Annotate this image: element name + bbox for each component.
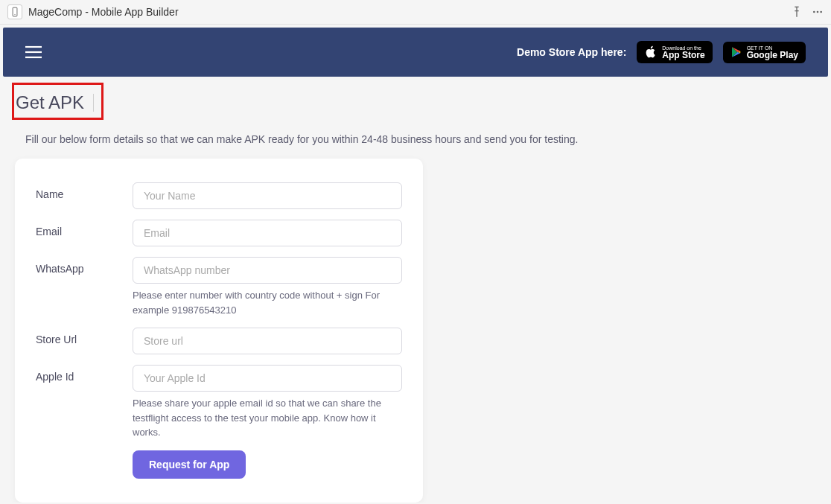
form-row-email: Email [36,220,402,246]
storeurl-input[interactable] [133,328,402,354]
app-icon [7,4,22,19]
nav-bar: Demo Store App here: Download on the App… [3,28,828,77]
window-top-bar: MageComp - Mobile App Builder [0,0,831,25]
page-description: Fill our below form details so that we c… [25,133,818,145]
whatsapp-hint: Please enter number with country code wi… [133,288,402,317]
svg-point-3 [817,11,819,13]
page-title-divider [93,94,94,112]
form-row-name: Name [36,182,402,209]
submit-row: Request for App [133,450,402,479]
more-icon[interactable] [812,6,824,18]
app-store-text: Download on the App Store [662,45,704,60]
google-play-icon [730,45,742,59]
window-title: MageComp - Mobile App Builder [28,6,179,18]
top-bar-left: MageComp - Mobile App Builder [7,4,179,19]
whatsapp-input[interactable] [133,257,402,284]
content-area: Get APK Fill our below form details so t… [0,80,831,503]
form-row-appleid: Apple Id Please share your apple email i… [36,365,402,440]
appleid-label: Apple Id [36,365,133,383]
top-bar-right [791,6,824,18]
svg-point-4 [820,11,822,13]
form-row-whatsapp: WhatsApp Please enter number with countr… [36,257,402,317]
form-row-storeurl: Store Url [36,328,402,354]
appleid-input[interactable] [133,365,402,392]
name-input[interactable] [133,182,402,209]
hamburger-icon[interactable] [25,45,42,59]
demo-label: Demo Store App here: [517,46,626,58]
whatsapp-label: WhatsApp [36,257,133,275]
app-store-badge[interactable]: Download on the App Store [637,41,712,63]
page-header-highlight: Get APK [12,83,104,120]
page-header: Get APK [14,89,94,118]
name-label: Name [36,182,133,200]
email-label: Email [36,220,133,237]
google-play-text: GET IT ON Google Play [747,45,798,60]
request-app-button[interactable]: Request for App [133,450,246,479]
appleid-hint: Please share your apple email id so that… [133,396,402,440]
storeurl-label: Store Url [36,328,133,345]
nav-right: Demo Store App here: Download on the App… [517,41,806,63]
svg-point-2 [813,11,815,13]
pin-icon[interactable] [791,6,803,18]
google-play-badge[interactable]: GET IT ON Google Play [723,42,806,63]
form-card: Name Email WhatsApp Please enter number … [15,159,423,503]
page-title: Get APK [16,92,84,113]
apple-icon [644,45,658,60]
email-input[interactable] [133,220,402,246]
